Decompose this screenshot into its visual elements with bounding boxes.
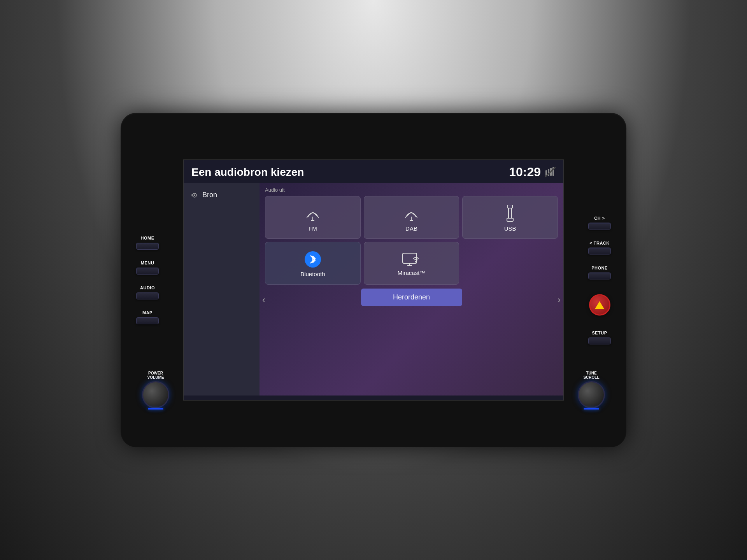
ch-button-group: CH >	[588, 216, 611, 230]
tune-scroll-knob[interactable]	[578, 381, 605, 408]
time-display: 10:29	[509, 165, 556, 179]
audio-button-group: AUDIO	[136, 285, 159, 299]
power-volume-label: POWER VOLUME	[142, 371, 169, 380]
no-signal-icon	[545, 167, 556, 177]
screen-header: Een audiobron kiezen 10:29	[184, 160, 563, 183]
map-button[interactable]	[136, 317, 159, 324]
menu-button[interactable]	[136, 268, 159, 275]
setup-button-group: SETUP	[588, 331, 611, 345]
home-button-group: HOME	[136, 236, 159, 250]
source-tile-fm[interactable]: FM	[265, 196, 361, 239]
audio-button[interactable]	[136, 292, 159, 299]
svg-rect-13	[509, 208, 512, 218]
phone-button[interactable]	[588, 273, 611, 280]
phone-label: PHONE	[591, 266, 608, 270]
svg-rect-15	[403, 253, 417, 263]
home-label: HOME	[141, 236, 154, 240]
menu-button-group: MENU	[136, 261, 159, 275]
next-page-arrow[interactable]: ›	[556, 290, 563, 309]
screen-title: Een audiobron kiezen	[191, 166, 304, 178]
time-value: 10:29	[509, 165, 541, 179]
ch-label: CH >	[594, 216, 605, 220]
miracast-label: Miracast™	[398, 270, 426, 276]
setup-label: SETUP	[592, 331, 607, 335]
bluetooth-label: Bluetooth	[300, 271, 325, 277]
tune-scroll-group: TUNE SCROLL	[578, 371, 605, 408]
sidebar-item-bron[interactable]: Bron	[188, 187, 256, 203]
car-panel: HOME MENU AUDIO MAP POWER VOLUME	[0, 0, 747, 560]
head-unit: HOME MENU AUDIO MAP POWER VOLUME	[121, 113, 626, 447]
tune-scroll-label: TUNE SCROLL	[578, 371, 605, 380]
fm-label: FM	[309, 225, 317, 232]
dab-label: DAB	[405, 225, 417, 232]
source-tile-bluetooth[interactable]: Bluetooth	[265, 242, 361, 285]
source-grid-area: Audio uit ‹	[260, 183, 563, 396]
audio-out-label: Audio uit	[265, 187, 558, 193]
usb-label: USB	[504, 225, 516, 232]
left-button-panel: HOME MENU AUDIO MAP	[136, 236, 159, 324]
svg-rect-12	[508, 205, 512, 208]
track-button-group: < TRACK	[588, 241, 611, 255]
svg-point-18	[415, 261, 417, 262]
source-tile-miracast[interactable]: Miracast™	[364, 242, 459, 285]
svg-rect-14	[507, 218, 513, 221]
power-volume-group: POWER VOLUME	[142, 371, 169, 408]
right-button-panel: CH > < TRACK PHONE SETUP	[588, 216, 611, 345]
dab-icon	[403, 205, 420, 222]
bluetooth-icon	[305, 251, 321, 268]
fm-icon	[304, 205, 321, 222]
source-tile-dab[interactable]: DAB	[364, 196, 459, 239]
power-volume-knob[interactable]	[142, 381, 169, 408]
home-button[interactable]	[136, 243, 159, 250]
usb-icon	[503, 205, 517, 222]
prev-page-arrow[interactable]: ‹	[260, 290, 267, 309]
bron-label: Bron	[202, 191, 217, 199]
infotainment-screen: Een audiobron kiezen 10:29	[183, 159, 564, 401]
hazard-triangle-icon	[595, 301, 604, 309]
track-label: < TRACK	[589, 241, 609, 245]
screen-body: Bron Audio uit ‹	[184, 183, 563, 396]
track-button[interactable]	[588, 248, 611, 255]
reorder-button[interactable]: Herordenen	[361, 289, 462, 306]
svg-point-6	[194, 194, 195, 196]
bron-icon	[191, 191, 198, 199]
miracast-icon	[402, 252, 421, 266]
source-sidebar: Bron	[184, 183, 260, 396]
map-button-group: MAP	[136, 310, 159, 324]
hazard-button[interactable]	[589, 294, 610, 316]
map-label: MAP	[142, 310, 153, 315]
source-grid: FM DAB	[265, 196, 558, 285]
menu-label: MENU	[141, 261, 154, 265]
source-tile-usb[interactable]: USB	[462, 196, 558, 239]
audio-label: AUDIO	[140, 285, 155, 290]
ch-button[interactable]	[588, 223, 611, 230]
phone-button-group: PHONE	[588, 266, 611, 280]
setup-button[interactable]	[588, 338, 611, 345]
